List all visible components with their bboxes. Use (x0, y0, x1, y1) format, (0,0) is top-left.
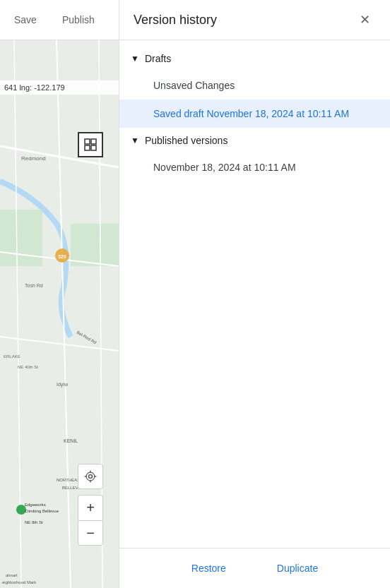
published-label: Published versions (145, 135, 228, 146)
map-panel: Save Publish 641 lng: -122.179 520 (0, 0, 119, 588)
map-background: 641 lng: -122.179 520 Redmond Tosh Rd ER (0, 40, 119, 588)
expand-svg (84, 138, 97, 151)
svg-text:ERLAKE: ERLAKE (4, 354, 20, 359)
draft-saved-label: Saved draft November 18, 2024 at 10:11 A… (153, 108, 349, 119)
svg-text:KENIL: KENIL (64, 438, 78, 443)
published-section-header[interactable]: ▼ Published versions (119, 128, 390, 153)
drafts-arrow: ▼ (131, 54, 139, 64)
location-button[interactable] (78, 464, 103, 489)
version-panel: Version history ✕ ▼ Drafts Unsaved Chang… (119, 0, 390, 588)
svg-rect-2 (71, 224, 119, 266)
location-icon (83, 469, 98, 484)
zoom-in-button[interactable]: + (78, 495, 103, 520)
svg-text:520: 520 (58, 254, 66, 259)
restore-button[interactable]: Restore (180, 557, 237, 580)
svg-text:Climbing Bellevue: Climbing Bellevue (25, 509, 59, 513)
save-button[interactable]: Save (8, 11, 42, 28)
svg-text:almart: almart (6, 573, 18, 577)
publish-button[interactable]: Publish (57, 11, 100, 28)
draft-unsaved-label: Unsaved Changes (153, 80, 235, 91)
published-arrow: ▼ (131, 136, 139, 145)
svg-text:NE 40th St: NE 40th St (18, 365, 38, 369)
coordinates-text: 641 lng: -122.179 (4, 83, 65, 92)
close-button[interactable]: ✕ (353, 8, 376, 31)
published-item-1-label: November 18, 2024 at 10:11 AM (153, 162, 296, 173)
svg-text:Edgeworks: Edgeworks (25, 503, 46, 507)
svg-rect-29 (91, 139, 96, 144)
svg-text:Redmond: Redmond (21, 155, 46, 162)
svg-text:Idylw: Idylw (57, 382, 69, 388)
version-title: Version history (134, 13, 217, 28)
svg-rect-1 (0, 210, 42, 266)
svg-text:NE 8th St: NE 8th St (25, 520, 43, 524)
drafts-label: Drafts (145, 53, 171, 64)
expand-icon[interactable] (78, 132, 103, 157)
version-content: ▼ Drafts Unsaved Changes Saved draft Nov… (119, 40, 390, 548)
draft-unsaved[interactable]: Unsaved Changes (119, 71, 390, 100)
version-header: Version history ✕ (119, 0, 390, 40)
svg-text:eighborhood Mark: eighborhood Mark (2, 580, 37, 584)
svg-point-32 (89, 475, 93, 479)
toolbar: Save Publish (0, 0, 119, 40)
version-footer: Restore Duplicate (119, 548, 390, 588)
draft-saved[interactable]: Saved draft November 18, 2024 at 10:11 A… (119, 100, 390, 128)
svg-rect-28 (85, 139, 90, 144)
zoom-out-button[interactable]: − (78, 520, 103, 546)
published-item-1[interactable]: November 18, 2024 at 10:11 AM (119, 153, 390, 181)
svg-rect-31 (91, 145, 96, 150)
svg-rect-30 (85, 145, 90, 150)
map-controls: + − (78, 495, 103, 546)
duplicate-button[interactable]: Duplicate (266, 557, 329, 580)
svg-point-33 (86, 472, 95, 481)
coordinates-bar: 641 lng: -122.179 (0, 80, 119, 95)
drafts-section-header[interactable]: ▼ Drafts (119, 46, 390, 71)
svg-text:Tosh Rd: Tosh Rd (25, 283, 43, 288)
